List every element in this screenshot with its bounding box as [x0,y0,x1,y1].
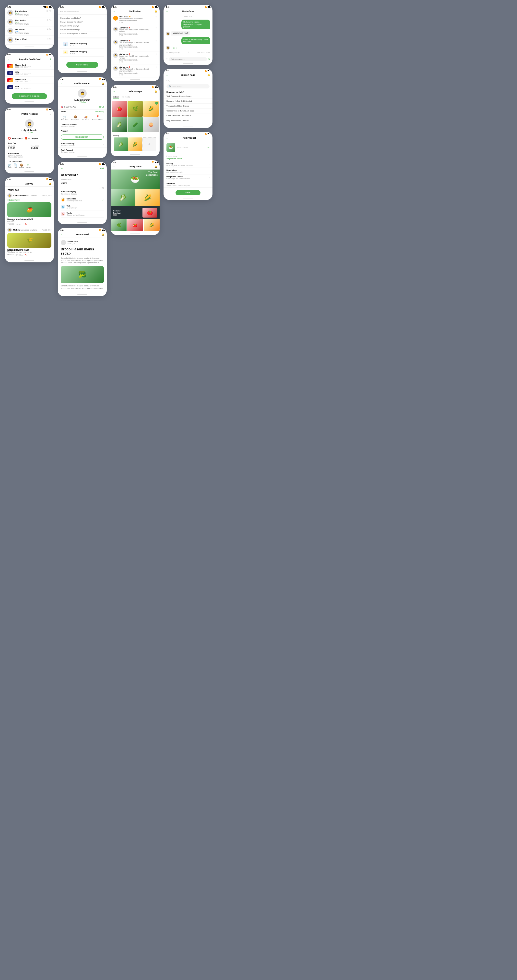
notif-item-a2[interactable]: 👩 Abhorrent The HP Pavilion g6-1d46dx wa… [111,38,160,51]
notif-star-a2[interactable]: ☆ [155,40,157,42]
img-cell-2[interactable]: 🌿 [127,101,143,117]
send-icon[interactable]: ➤ [208,57,211,61]
complete-order-button[interactable]: COMPLETE ORDER [12,93,47,99]
notif-star-a3[interactable]: ☆ [155,53,157,55]
continue-button[interactable]: CONTINUE [67,62,98,68]
premium-shipping-item[interactable]: ⭐ Premium Shipping € 10.0 [60,49,104,57]
tab-album[interactable]: Album [113,96,119,99]
bookmark-michele[interactable]: 🔖 [25,254,27,256]
bell-si[interactable]: 🔔 [154,90,157,92]
notif-star-a1[interactable]: ☆ [155,27,157,29]
back-arrow-pf[interactable]: ← [7,113,10,115]
edit-product-icon[interactable]: ✏ [208,146,209,149]
more-icon-chat[interactable]: ⋯ [208,10,210,13]
support-item-3[interactable]: The Wealth of New Choices [163,103,213,108]
back-arrow-pay[interactable]: ← [7,58,10,61]
tx-see-all[interactable]: ⊞ See All [26,164,30,168]
share-michele[interactable]: ↑ [29,254,30,256]
support-search-bar[interactable]: 🔍 Search help... [167,84,209,88]
weight-row[interactable]: Weight and Courier Write weight and cour… [163,175,213,181]
tx-archive[interactable]: 📦 Archive [19,164,24,168]
settings-icon-chat[interactable]: ⚙ [188,51,189,53]
pricing-sub: Fill in unit price, wholesale, min, orde… [167,165,193,166]
tx-shop[interactable]: 🛒 Shop [8,164,11,168]
vowler-name: Vowler [67,212,85,214]
notif-star-a4[interactable]: ☆ [155,66,157,68]
img-cell-3[interactable]: 🌽 [143,101,159,117]
back-arrow-chat[interactable]: ← [166,10,168,13]
conversation-item-lisa[interactable]: 👩 Lisa Valdez 3 Feb Seller New items for… [5,18,54,27]
add-product-button[interactable]: ADD PRODUCT + [61,135,104,140]
bell-notif[interactable]: 🔔 [154,10,157,13]
back-arrow-gp[interactable]: ← [113,165,116,168]
top5-row[interactable]: Top 5 Product See status complain › [58,148,107,154]
on-deliver-icon[interactable]: 🚚On Deliver [82,115,89,121]
see-history-link[interactable]: See History [95,111,104,113]
product-name-input[interactable] [61,181,104,185]
category-somerville[interactable]: 🍊 Somerville Order all product fruits ✓ [61,196,104,204]
gallery-row-2: 🥬 🌽 [111,189,160,206]
back-arrow-ap[interactable]: ← [166,137,168,139]
tab-all-media[interactable]: All media [122,96,130,99]
gallery-cell-1[interactable]: 🥬 [114,137,128,151]
complain-row: Complain as Seller See status complain [58,122,107,129]
back-arrow-ps[interactable]: ← [60,82,63,85]
back-arrow-rf[interactable]: ← [60,233,63,236]
back-arrow-act[interactable]: ← [7,182,10,185]
img-cell-5[interactable]: 🥒 [127,117,143,132]
conversation-item-dorothy[interactable]: 👩 Dorothy Law 12 Feb Seller New items fo… [5,8,54,18]
bookmark-andrea[interactable]: 🔖 [25,223,27,225]
notif-star-dp[interactable]: ☆ [155,16,157,18]
share-andrea[interactable]: ↑ [29,223,30,225]
notif-item-a1[interactable]: 👩 Abhorrent I spent more than 20 years r… [111,25,160,38]
notif-item-a3[interactable]: 👩 Abhorrent I spent more than 20 years r… [111,51,160,64]
standard-shipping-item[interactable]: 🚢 Standart Shipping € 2.0 [60,40,104,49]
img-cell-6[interactable]: 🧅 [143,117,159,132]
receive-addr-icon[interactable]: 📍Recieve Address [92,115,103,121]
img-cell-1[interactable]: 🍅 [112,101,127,117]
conversation-item-cheryl[interactable]: 👩 Cheryl West 3 Jan ... [5,35,54,45]
bell-sp[interactable]: 🔔 [207,74,210,76]
back-arrow-si[interactable]: ← [113,90,116,92]
card-item-visa1[interactable]: VISA VISA 4953 6147 0903 **** [5,70,54,77]
recent-feed-screen: 9:41 📶 ← Recent Feed 🔔 Nina Farna FEB 2,… [58,228,107,296]
gallery-cell-2[interactable]: 🌽 [128,137,142,151]
img-cell-4[interactable]: 🥬 [112,117,127,132]
support-item-4[interactable]: Canada Tries to Turn Its A.I. Ideas [163,108,213,113]
pricing-row[interactable]: Pricing Fill in unit price, wholesale, m… [163,161,213,168]
heart-icon[interactable]: ♡ [165,58,168,60]
card-item-mc1[interactable]: MC Master Card 9633 1095 8063 **** ✓ [5,62,54,70]
bell-gp[interactable]: 🔔 [154,165,157,168]
storefront-row[interactable]: Storefront Set the product in the approp… [163,181,213,188]
more-icon-pf[interactable]: ⋮ [49,113,51,115]
bat-ps [102,79,104,80]
conversation-item-martha[interactable]: 👩 Martha Ser 12 Jan Buyer New items for … [5,27,54,35]
ready-pack-icon[interactable]: 📦Ready Pack [71,115,79,121]
bell-act[interactable]: 🔔 [49,183,51,185]
chat-input[interactable] [169,57,207,61]
new-order-icon[interactable]: 🛒New Order [61,115,68,121]
back-arrow-notif[interactable]: ← [113,10,116,13]
notif-item-drillpress[interactable]: D Drill press Mark is commented on Mal A… [111,14,160,25]
back-arrow-ws[interactable]: ← [61,167,63,170]
tx-files[interactable]: 📄 Files [13,164,17,168]
save-button[interactable]: SAVE [176,190,200,195]
support-item-5[interactable]: Email Attack Hits Lorr: What to [163,113,213,118]
description-row[interactable]: Description Add product information › [163,168,213,175]
bell-rf[interactable]: 🔔 [101,233,104,236]
support-item-6[interactable]: Why You Shouldn, Walk on [163,118,213,123]
next-button[interactable]: Next [100,167,104,169]
category-vish[interactable]: 🐟 Vish All of fish fresh [61,204,104,210]
transaction-section[interactable]: Transaction Waiting for payment All unpa… [5,151,54,159]
notif-item-a4[interactable]: 👩 Abhorrent The HP Pavilion g6-1d46dx wa… [111,64,160,78]
card-item-visa2[interactable]: VISA VISA 8784 1187 6263 **** [5,84,54,91]
add-card-button[interactable]: + [50,57,51,61]
card-item-mc2[interactable]: MC Master Card 5078 9425 7560 **** [5,77,54,84]
gallery-cell-add[interactable]: + [143,137,156,151]
bell-ps[interactable]: 🔔 [101,82,104,85]
back-arrow-sp[interactable]: ← [166,74,168,76]
support-item-2[interactable]: Reined-In N.S.A. Still Collected [163,99,213,103]
product-setting-row[interactable]: Product Setting See status complain › [58,141,107,148]
support-item-1[interactable]: Tech Roundup: Blazeen Loses [163,94,213,99]
category-vowler[interactable]: 🍗 Vowler Chicken and beef brawler [61,210,104,218]
